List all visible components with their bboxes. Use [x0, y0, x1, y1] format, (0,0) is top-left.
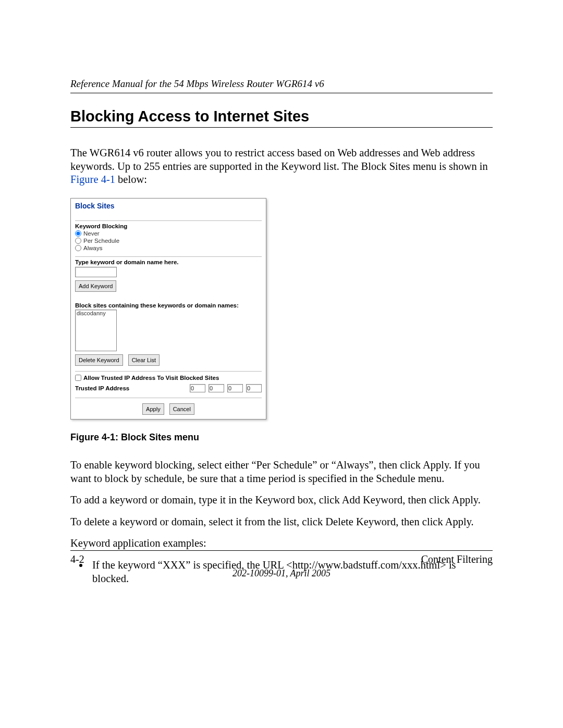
intro-text-b: below: — [115, 174, 147, 185]
trusted-ip-octet-2[interactable] — [209, 384, 224, 392]
block-sites-panel: Block Sites Keyword Blocking Never Per S… — [70, 198, 266, 419]
cancel-button[interactable]: Cancel — [169, 403, 194, 415]
keyword-input[interactable] — [75, 267, 117, 277]
figure-reference-link[interactable]: Figure 4-1 — [70, 174, 115, 185]
radio-always-label: Always — [83, 245, 102, 251]
radio-never-input[interactable] — [75, 230, 81, 237]
radio-always[interactable]: Always — [75, 245, 262, 251]
footer-page-number: 4-2 — [70, 553, 84, 565]
allow-trusted-row[interactable]: Allow Trusted IP Address To Visit Blocke… — [75, 375, 262, 381]
add-keyword-button[interactable]: Add Keyword — [75, 280, 116, 292]
footer-rule — [70, 550, 493, 551]
radio-per-schedule-input[interactable] — [75, 238, 81, 244]
keyword-listbox[interactable]: discodanny — [75, 310, 117, 351]
intro-paragraph: The WGR614 v6 router allows you to restr… — [70, 146, 493, 187]
panel-title: Block Sites — [75, 202, 262, 218]
allow-trusted-checkbox[interactable] — [75, 375, 81, 381]
paragraph-add: To add a keyword or domain, type it in t… — [70, 493, 493, 507]
paragraph-delete: To delete a keyword or domain, select it… — [70, 515, 493, 529]
trusted-ip-octet-1[interactable] — [190, 384, 205, 392]
delete-keyword-button[interactable]: Delete Keyword — [75, 354, 123, 366]
footer-doc-number: 202-10099-01, April 2005 — [0, 568, 563, 579]
block-list-label: Block sites containing these keywords or… — [75, 302, 262, 309]
apply-button[interactable]: Apply — [142, 403, 164, 415]
keyword-blocking-subhead: Keyword Blocking — [75, 223, 262, 229]
trusted-ip-octet-3[interactable] — [227, 384, 243, 392]
figure-block-sites: Block Sites Keyword Blocking Never Per S… — [70, 198, 493, 443]
radio-per-schedule-label: Per Schedule — [83, 238, 119, 244]
radio-per-schedule[interactable]: Per Schedule — [75, 238, 262, 244]
radio-never[interactable]: Never — [75, 230, 262, 237]
paragraph-enable: To enable keyword blocking, select eithe… — [70, 459, 493, 485]
radio-never-label: Never — [83, 230, 100, 237]
radio-always-input[interactable] — [75, 245, 81, 251]
figure-caption: Figure 4-1: Block Sites menu — [70, 432, 493, 443]
intro-text-a: The WGR614 v6 router allows you to restr… — [70, 147, 488, 172]
trusted-ip-octet-4[interactable] — [246, 384, 262, 392]
footer-chapter: Content Filtering — [421, 553, 493, 565]
paragraph-examples-lead: Keyword application examples: — [70, 537, 493, 550]
type-keyword-label: Type keyword or domain name here. — [75, 259, 262, 265]
running-header: Reference Manual for the 54 Mbps Wireles… — [70, 78, 493, 93]
clear-list-button[interactable]: Clear List — [128, 354, 160, 366]
trusted-ip-label: Trusted IP Address — [75, 385, 129, 391]
list-item[interactable]: discodanny — [77, 310, 115, 316]
allow-trusted-label: Allow Trusted IP Address To Visit Blocke… — [83, 375, 219, 381]
section-heading: Blocking Access to Internet Sites — [70, 108, 493, 128]
